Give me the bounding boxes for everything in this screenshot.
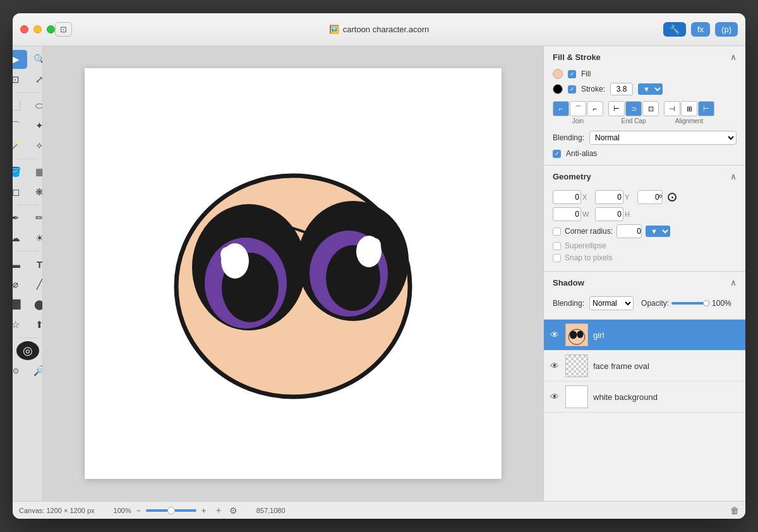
join-round-button[interactable]: ⌒ <box>570 101 586 116</box>
fill-checkbox[interactable]: ✓ <box>568 70 576 78</box>
text-tool[interactable]: T <box>28 255 44 274</box>
join-miter-button[interactable]: ⌐ <box>553 101 569 116</box>
zoom-tool[interactable]: 🔍 <box>28 50 44 69</box>
zoom-search-tool[interactable]: 🔎 <box>28 361 44 380</box>
tools-panel-button[interactable]: 🔧 <box>663 22 686 37</box>
arrow-tool[interactable]: ⬆ <box>28 315 44 334</box>
shadow-blending-select[interactable]: Normal Multiply <box>589 296 634 310</box>
endcap-square-button[interactable]: ⊡ <box>642 101 659 116</box>
donut-tool[interactable]: ◎ <box>16 341 39 360</box>
join-bevel-button[interactable]: ⌐ <box>587 101 603 116</box>
y-input[interactable] <box>595 190 623 204</box>
y-input-group: Y <box>595 190 632 204</box>
layer-white-background-visibility-icon[interactable]: 👁 <box>550 392 560 402</box>
snap-checkbox[interactable] <box>553 254 561 262</box>
x-input-group: X <box>553 190 590 204</box>
lasso-tool[interactable]: ⌒ <box>13 116 27 135</box>
svg-point-5 <box>220 247 233 262</box>
antialias-checkbox[interactable]: ✓ <box>553 150 561 158</box>
titlebar-center: 🖼️ cartoon character.acorn <box>329 25 430 34</box>
stroke-color-swatch[interactable] <box>553 84 563 94</box>
shadow-blending-label: Blending: <box>553 299 584 308</box>
layer-face-frame[interactable]: 👁 face frame oval <box>544 351 745 382</box>
settings-button[interactable]: ⚙ <box>229 505 238 516</box>
bottom-statusbar: Canvas: 1200 × 1200 px 100% － ＋ ＋ ⚙ 857,… <box>13 501 745 519</box>
magic-eraser-tool[interactable]: ✧ <box>28 136 44 155</box>
minimize-button[interactable] <box>33 25 42 33</box>
fx-panel-button[interactable]: fx <box>691 22 710 37</box>
artwork-canvas <box>141 122 445 425</box>
w-input[interactable] <box>553 207 581 221</box>
endcap-round-button[interactable]: ⊃ <box>625 101 642 116</box>
rect-select-tool[interactable]: ⬜ <box>13 96 27 115</box>
multi-circle-tool[interactable]: ⊙ <box>13 361 27 380</box>
pen-tool[interactable]: ✒ <box>13 209 27 227</box>
magic-wand-tool[interactable]: 🪄 <box>13 136 27 155</box>
corner-radius-row: Corner radius: ▼ <box>553 224 737 238</box>
layer-white-background[interactable]: 👁 white background <box>544 382 745 413</box>
maximize-button[interactable] <box>47 25 55 33</box>
shadow-header: Shadow ∧ <box>544 272 745 293</box>
rotation-handle[interactable] <box>668 193 677 202</box>
coordinates: 857,1080 <box>256 507 286 514</box>
close-button[interactable] <box>20 25 28 33</box>
stroke-checkbox[interactable]: ✓ <box>568 85 576 94</box>
align-outside-button[interactable]: ⊢ <box>698 101 714 116</box>
stroke-unit-dropdown[interactable]: ▼ <box>638 83 663 95</box>
bezier-tool[interactable]: ⌀ <box>13 275 27 294</box>
zoom-in-button[interactable]: ＋ <box>200 505 208 516</box>
text-panel-button[interactable]: (p) <box>715 22 738 37</box>
superellipse-checkbox[interactable] <box>553 242 561 250</box>
geometry-header: Geometry ∧ <box>544 166 745 186</box>
canvas-info: Canvas: 1200 × 1200 px <box>19 507 95 514</box>
brush-tool[interactable]: ☁ <box>13 229 27 248</box>
layer-girl[interactable]: 👁 girl <box>544 320 745 351</box>
circle-vector-tool[interactable]: ⬤ <box>28 295 44 314</box>
transform-tool[interactable]: ⤢ <box>28 70 44 89</box>
main-area: ▶ 🔍 ⊡ ⤢ ⬜ ⬭ ⌒ ✦ 🪄 ✧ 🪣 ▦ <box>13 46 745 501</box>
endcap-butt-button[interactable]: ⊢ <box>608 101 625 116</box>
sidebar-toggle-button[interactable]: ⊡ <box>55 22 72 37</box>
corner-radius-checkbox[interactable] <box>553 227 561 236</box>
eraser-tool[interactable]: ◻ <box>13 183 27 202</box>
sun-tool[interactable]: ☀ <box>28 229 44 248</box>
corner-radius-input[interactable] <box>617 224 642 238</box>
paint-bucket-tool[interactable]: 🪣 <box>13 162 27 181</box>
magic-lasso-tool[interactable]: ✦ <box>28 116 44 135</box>
align-inside-button[interactable]: ⊣ <box>664 101 680 116</box>
fill-color-swatch[interactable] <box>553 69 563 79</box>
crop-tool[interactable]: ⊡ <box>13 70 27 89</box>
stroke-width-input[interactable] <box>610 83 633 95</box>
zoom-slider[interactable] <box>146 509 196 512</box>
layer-face-frame-visibility-icon[interactable]: 👁 <box>550 361 560 371</box>
h-input-group: H <box>595 207 632 221</box>
rect-vector-tool[interactable]: ⬛ <box>13 295 27 314</box>
shadow-collapse[interactable]: ∧ <box>730 278 737 287</box>
align-center-button[interactable]: ⊞ <box>681 101 697 116</box>
x-input[interactable] <box>553 190 581 204</box>
rectangle-shape-tool[interactable]: ▬ <box>13 255 27 274</box>
select-tool[interactable]: ▶ <box>13 50 27 69</box>
rotation-input[interactable] <box>637 190 663 204</box>
h-input[interactable] <box>595 207 623 221</box>
layers-panel: 👁 girl 👁 face frame oval <box>544 320 745 501</box>
gradient-tool[interactable]: ▦ <box>28 162 44 181</box>
opacity-slider[interactable] <box>671 302 709 305</box>
zoom-out-button[interactable]: － <box>135 505 143 516</box>
layer-girl-visibility-icon[interactable]: 👁 <box>550 330 560 340</box>
fill-stroke-collapse[interactable]: ∧ <box>730 52 737 62</box>
pencil-tool[interactable]: ✏ <box>28 209 44 227</box>
geometry-collapse[interactable]: ∧ <box>730 172 737 181</box>
line-tool[interactable]: ╱ <box>28 275 44 294</box>
shadow-title: Shadow <box>553 278 584 287</box>
layer-face-frame-thumbnail <box>565 354 588 377</box>
star-tool[interactable]: ☆ <box>13 315 27 334</box>
delete-layer-button[interactable]: 🗑 <box>730 505 739 516</box>
ellipse-select-tool[interactable]: ⬭ <box>28 96 44 115</box>
clone-tool[interactable]: ❋ <box>28 183 44 202</box>
corner-dropdown[interactable]: ▼ <box>646 226 670 237</box>
blending-label: Blending: <box>553 133 584 142</box>
geo-wh-row: W H <box>553 207 737 221</box>
blending-select[interactable]: Normal Multiply Screen Overlay <box>589 131 737 145</box>
add-layer-button[interactable]: ＋ <box>214 505 223 516</box>
